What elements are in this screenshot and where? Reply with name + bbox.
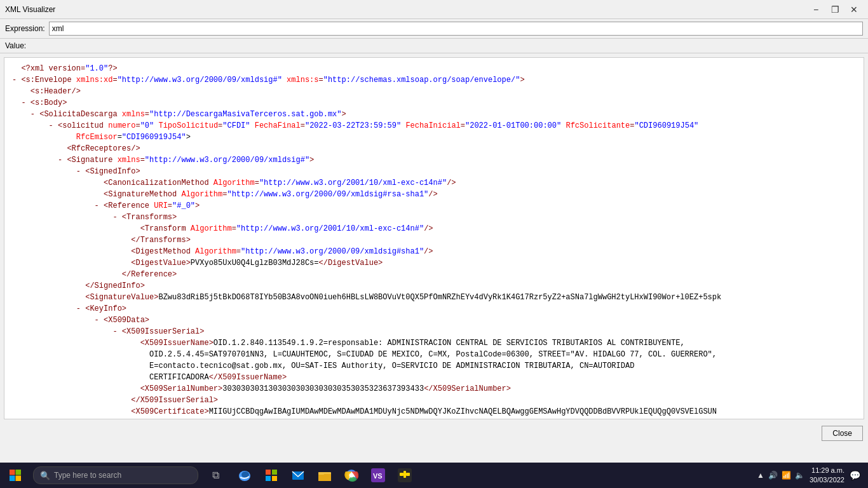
windows-logo-icon — [9, 469, 22, 482]
value-label: Value: — [5, 41, 26, 50]
taskbar-search-icon: 🔍 — [40, 471, 50, 480]
network-icon: ▲ — [757, 471, 764, 480]
taskbar-app-explorer[interactable] — [313, 463, 337, 487]
visual-studio-icon: VS — [371, 468, 385, 482]
svg-point-16 — [349, 473, 354, 478]
taskbar-app-chrome[interactable] — [339, 463, 363, 487]
notifications-icon[interactable]: 💬 — [850, 470, 860, 480]
expression-label: Expression: — [5, 24, 45, 33]
svg-rect-22 — [406, 473, 410, 476]
expression-input[interactable] — [49, 22, 863, 36]
svg-rect-12 — [318, 474, 331, 481]
clock-date: 30/03/2022 — [810, 475, 844, 485]
edge-icon — [238, 468, 252, 482]
sys-icons: ▲ 🔊 📶 🔈 — [757, 471, 804, 480]
svg-rect-0 — [10, 470, 15, 475]
taskbar: 🔍 Type here to search ⧉ — [0, 463, 868, 488]
title-bar: XML Visualizer − ❐ ✕ — [0, 0, 868, 19]
bottom-bar: Close — [0, 423, 868, 444]
svg-rect-13 — [318, 472, 324, 475]
svg-rect-20 — [400, 473, 403, 476]
svg-text:VS: VS — [373, 472, 383, 480]
svg-rect-1 — [16, 470, 22, 475]
window-controls: − ❐ ✕ — [807, 3, 863, 16]
xml-content-area[interactable]: <?xml version="1.0"?> - <s:Envelope xmln… — [4, 57, 864, 419]
svg-rect-21 — [403, 471, 406, 478]
svg-rect-2 — [10, 476, 15, 482]
start-button[interactable] — [0, 463, 31, 488]
svg-rect-6 — [266, 470, 271, 475]
taskbar-app-edge[interactable] — [233, 463, 257, 487]
minimize-button[interactable]: − — [807, 3, 825, 16]
volume-icon: 🔊 — [768, 471, 778, 480]
restore-button[interactable]: ❐ — [826, 3, 844, 16]
system-tray: ▲ 🔊 📶 🔈 11:29 a.m. 30/03/2022 💬 — [749, 466, 868, 485]
taskbar-search-box[interactable]: 🔍 Type here to search — [33, 466, 198, 484]
taskbar-app-store[interactable] — [259, 463, 283, 487]
wifi-icon: 📶 — [782, 471, 791, 480]
close-button[interactable]: Close — [822, 426, 863, 441]
taskbar-apps: VS — [227, 463, 749, 487]
svg-rect-9 — [272, 476, 277, 481]
xml-display: <?xml version="1.0"?> - <s:Envelope xmln… — [4, 58, 864, 419]
chrome-icon — [344, 468, 358, 482]
svg-rect-8 — [266, 476, 271, 481]
explorer-icon — [318, 468, 332, 482]
store-icon — [264, 468, 278, 482]
close-window-button[interactable]: ✕ — [845, 3, 863, 16]
speaker-icon: 🔈 — [795, 471, 804, 480]
window-title: XML Visualizer — [5, 5, 55, 14]
gamepass-icon — [398, 468, 412, 482]
taskbar-search-text: Type here to search — [54, 471, 121, 480]
mail-icon — [291, 468, 305, 482]
task-view-icon: ⧉ — [212, 470, 219, 481]
task-view-button[interactable]: ⧉ — [203, 463, 227, 487]
taskbar-app-vs[interactable]: VS — [366, 463, 390, 487]
taskbar-app-mail[interactable] — [286, 463, 310, 487]
svg-rect-7 — [272, 470, 277, 475]
taskbar-app-gamepass[interactable] — [393, 463, 417, 487]
value-row: Value: — [0, 39, 868, 53]
taskbar-clock[interactable]: 11:29 a.m. 30/03/2022 — [810, 466, 844, 485]
clock-time: 11:29 a.m. — [810, 466, 844, 475]
expression-row: Expression: — [0, 19, 868, 39]
svg-rect-3 — [16, 476, 22, 482]
